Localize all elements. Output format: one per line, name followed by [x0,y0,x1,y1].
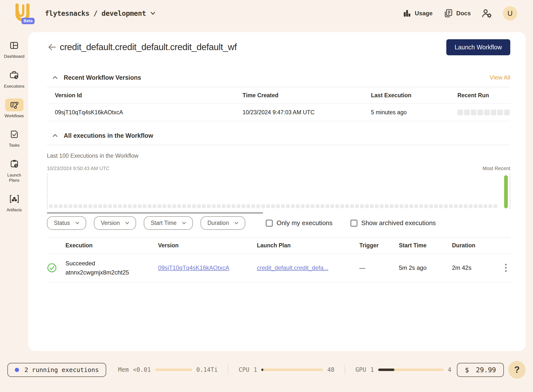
placeholder-square [434,204,438,208]
status-filter-dropdown[interactable]: Status [47,216,86,230]
placeholder-square [365,204,369,208]
placeholder-square [212,204,216,208]
user-settings-button[interactable] [482,8,492,18]
placeholder-square [261,204,265,208]
executions-timeline-chart[interactable] [47,174,510,209]
placeholder-square [489,204,492,208]
placeholder-square [464,110,470,115]
cpu-meter-bar [261,369,323,371]
placeholder-square [335,204,339,208]
placeholder-square [316,204,319,208]
breadcrumb[interactable]: flytesnacks / development [45,9,155,18]
chart-most-recent-label: Most Recent [483,166,510,171]
placeholder-square [380,204,384,208]
placeholder-square [457,110,463,115]
union-logo[interactable]: Beta [14,3,31,23]
succeeded-execution-bar[interactable] [504,175,508,208]
placeholder-square [232,204,235,208]
meter-name: Mem [118,366,129,373]
placeholder-square [138,204,142,208]
meter-min-value: <0.01 [133,366,151,373]
chart-start-time: 10/23/2024 9:50:43 AM UTC [47,166,110,171]
placeholder-square [326,204,329,208]
placeholder-square [217,204,221,208]
sidebar-item-dashboard[interactable]: Dashboard [4,39,24,59]
chart-scrollbar[interactable] [47,212,263,214]
placeholder-square [222,204,226,208]
placeholder-square [187,204,191,208]
meter-fill [378,369,394,371]
launch-plan-link[interactable]: credit_default.credit_defa... [257,264,328,271]
placeholder-square [464,204,468,208]
placeholder-square [256,204,260,208]
row-menu-button[interactable] [505,263,510,272]
placeholder-square [474,204,477,208]
start-time-cell: 5m 2s ago [399,264,452,271]
executions-subtitle: Last 100 Executions in the Workflow [47,153,510,159]
view-all-link[interactable]: View All [490,74,510,81]
meter-min-value: 1 [254,366,257,373]
placeholder-square [143,204,146,208]
only-my-executions-toggle[interactable]: Only my executions [266,219,333,227]
placeholder-square [69,204,72,208]
cost-button[interactable]: $ 29.99 [457,363,504,377]
page-title: credit_default.credit_default.credit_def… [60,42,237,52]
placeholder-square [321,204,324,208]
sidebar-item-executions[interactable]: Executions [4,68,24,89]
column-header: Start Time [399,242,452,249]
sidebar-item-tasks[interactable]: Tasks [5,128,23,148]
succeeded-check-icon [47,263,57,273]
version-link[interactable]: 09sjT10qTq4sK16kAOtxcA [158,264,229,271]
placeholder-square [444,204,448,208]
running-executions-button[interactable]: 2 running executions [7,363,106,377]
placeholder-square [227,204,230,208]
sidebar-item-launch-plans[interactable]: Launch Plans [4,157,25,183]
back-button[interactable] [47,42,57,52]
checkbox[interactable] [266,220,273,227]
recent-run-indicator [457,110,510,115]
usage-link[interactable]: Usage [403,9,432,18]
page-header: credit_default.credit_default.credit_def… [47,39,510,55]
placeholder-square [479,204,482,208]
show-archived-executions-toggle[interactable]: Show archived executions [350,219,436,227]
placeholder-square [237,204,240,208]
placeholder-square [54,204,58,208]
execution-status: Succeeded [65,259,158,268]
cpu-meter: CPU 1 48 [239,366,334,373]
placeholder-square [345,204,349,208]
version-filter-dropdown[interactable]: Version [94,216,136,230]
artifacts-icon [5,193,24,205]
cost-amount: 29.99 [476,366,496,374]
column-header: Last Execution [371,92,457,99]
placeholder-square [133,204,137,208]
version-id-cell: 09sjT10qTq4sK16kAOtxcA [55,109,243,116]
placeholder-square [296,204,300,208]
sidebar-item-artifacts[interactable]: Artifacts [5,193,24,213]
trigger-cell: — [359,264,399,271]
gpu-meter-bar [378,369,444,371]
checkbox[interactable] [350,220,357,227]
filter-row: Status Version Start Time Duration Only … [47,216,510,230]
collapse-chevron-icon[interactable] [52,134,58,137]
launch-workflow-button[interactable]: Launch Workflow [446,39,510,55]
placeholder-square [286,204,290,208]
docs-link[interactable]: Docs [443,9,471,18]
sidebar-item-workflows[interactable]: Workflows [4,98,24,118]
avatar-initial: U [508,9,513,18]
column-header: Duration [452,242,499,249]
placeholder-square [64,204,67,208]
duration-filter-dropdown[interactable]: Duration [201,216,245,230]
placeholder-square [301,204,305,208]
beta-badge: Beta [21,18,35,24]
execution-table-row[interactable]: Succeeded atnnx2cwgmjx8m2cht25 09sjT10qT… [47,254,510,282]
collapse-chevron-icon[interactable] [52,76,58,79]
column-header: Version Id [55,92,243,99]
all-executions-header: All executions in the Workflow [47,130,510,141]
meter-max-value: 48 [327,366,334,373]
avatar[interactable]: U [503,6,517,20]
placeholder-square [497,110,503,115]
version-table-row[interactable]: 09sjT10qTq4sK16kAOtxcA 10/23/2024 9:47:0… [47,104,510,121]
start-time-filter-dropdown[interactable]: Start Time [144,216,193,230]
help-button[interactable]: ? [508,361,526,379]
column-header: Recent Run [457,92,510,99]
